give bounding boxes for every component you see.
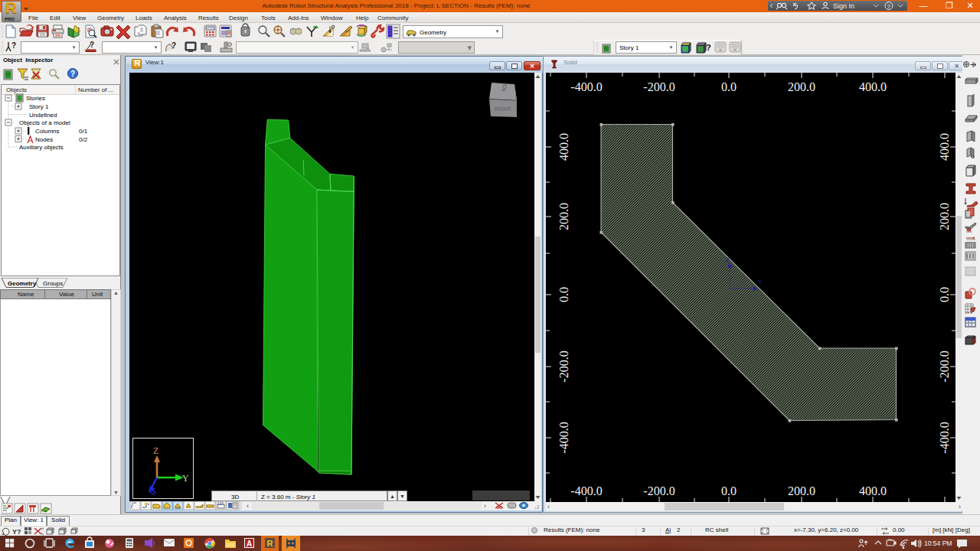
svg-text:0.0: 0.0 <box>557 287 570 302</box>
svg-text:-400.0: -400.0 <box>938 422 951 453</box>
svg-text:-400.0: -400.0 <box>557 422 570 453</box>
svg-text:-400.0: -400.0 <box>570 484 602 497</box>
svg-text:A: A <box>247 540 252 548</box>
svg-text:10:54 PM: 10:54 PM <box>924 540 952 547</box>
svg-text:?: ? <box>706 43 711 52</box>
svg-text:0.0: 0.0 <box>721 484 737 497</box>
svg-text:Y?: Y? <box>12 528 21 536</box>
svg-text:-200.0: -200.0 <box>557 350 570 382</box>
svg-text:-200.0: -200.0 <box>643 484 675 497</box>
svg-text:200.0: 200.0 <box>557 203 570 230</box>
svg-text:123: 123 <box>217 502 224 506</box>
svg-text:?: ? <box>887 3 891 10</box>
svg-text:Objects of a model: Objects of a model <box>19 119 70 126</box>
svg-text:Auxiliary objects: Auxiliary objects <box>19 144 64 151</box>
svg-text:0.0: 0.0 <box>721 80 737 93</box>
svg-text:Undefined: Undefined <box>29 112 57 119</box>
svg-text:200.0: 200.0 <box>788 484 815 497</box>
svg-text:RIGHT: RIGHT <box>495 106 512 112</box>
svg-text:0.0: 0.0 <box>938 287 951 302</box>
svg-text:?: ? <box>70 70 75 78</box>
svg-text:Groups: Groups <box>43 280 63 287</box>
svg-text:400.0: 400.0 <box>938 133 951 161</box>
svg-text:400.0: 400.0 <box>859 484 887 497</box>
svg-text:›: › <box>484 502 486 510</box>
svg-text:Y: Y <box>182 473 189 484</box>
svg-text:Sign In: Sign In <box>833 2 854 10</box>
svg-text:?: ? <box>11 41 16 50</box>
svg-text:Story 1: Story 1 <box>29 103 49 110</box>
svg-text:‹: ‹ <box>247 502 249 510</box>
svg-text:R: R <box>267 539 273 548</box>
svg-text:?: ? <box>172 41 176 50</box>
svg-text:TOP: TOP <box>501 82 508 92</box>
svg-text:Geometry: Geometry <box>8 280 37 287</box>
svg-text:-400.0: -400.0 <box>570 80 602 93</box>
svg-text:200.0: 200.0 <box>788 80 815 93</box>
svg-text:400.0: 400.0 <box>557 133 570 161</box>
svg-text:Y: Y <box>758 279 763 285</box>
svg-text:Z: Z <box>153 445 158 456</box>
svg-text:-200.0: -200.0 <box>643 80 675 93</box>
svg-text:0/2: 0/2 <box>79 136 88 143</box>
svg-text:Stories: Stories <box>26 95 45 102</box>
svg-text:200.0: 200.0 <box>938 203 951 230</box>
svg-text:Z: Z <box>726 256 730 263</box>
svg-text:Columns: Columns <box>35 128 60 135</box>
svg-text:0/1: 0/1 <box>79 128 88 135</box>
svg-text:-200.0: -200.0 <box>938 350 951 382</box>
svg-text:Nodes: Nodes <box>35 136 53 143</box>
svg-text:400.0: 400.0 <box>859 80 887 93</box>
